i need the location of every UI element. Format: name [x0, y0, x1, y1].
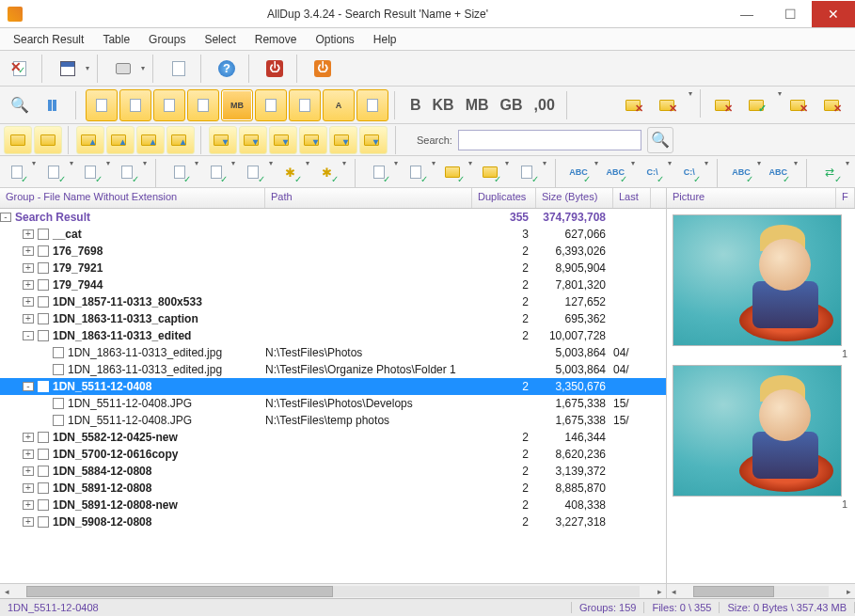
folder-down-6[interactable]: ▾ [359, 126, 388, 154]
view-folder-button[interactable] [153, 89, 185, 121]
row-checkbox[interactable] [38, 313, 49, 324]
row-checkbox[interactable] [53, 364, 64, 375]
shutdown-button[interactable]: ⏻ [307, 53, 339, 85]
check-abc-left-dropdown[interactable]: ▾ [593, 159, 600, 184]
check-tree-2-dropdown[interactable]: ▾ [430, 159, 437, 184]
row-checkbox[interactable] [38, 432, 49, 443]
remove-selected-button[interactable]: ✕✓ [4, 53, 36, 85]
expand-toggle[interactable]: + [23, 229, 34, 239]
col-header-path[interactable]: Path [265, 188, 472, 208]
check-pair-2-dropdown[interactable]: ▾ [230, 159, 237, 184]
scroll-right-button[interactable]: ▸ [653, 587, 666, 596]
folder-down-3[interactable]: ▾ [269, 126, 297, 154]
check-swap-dropdown[interactable]: ▾ [844, 159, 851, 184]
check-loop-dropdown[interactable]: ▾ [541, 159, 548, 184]
help-button[interactable]: ? [211, 53, 243, 85]
row-checkbox[interactable] [53, 347, 64, 358]
folder-up-4[interactable]: ▴ [166, 126, 195, 154]
table-row[interactable]: +1DN_5582-12-0425-new2146,344 [0, 429, 666, 446]
row-checkbox[interactable] [38, 245, 49, 257]
check-pair-2[interactable]: ✓ [203, 159, 229, 185]
menu-remove[interactable]: Remove [245, 31, 307, 48]
row-checkbox[interactable] [38, 296, 49, 308]
table-row[interactable]: +1DN_1863-11-0313_caption2695,362 [0, 310, 666, 327]
check-pair-3[interactable]: ✓ [240, 159, 265, 185]
table-row[interactable]: +179_794427,801,320 [0, 276, 666, 293]
menu-groups[interactable]: Groups [139, 31, 195, 48]
check-abc-box-1-dropdown[interactable]: ▾ [755, 159, 763, 184]
check-c-left[interactable]: C:\✓ [640, 159, 665, 185]
view-columns-button[interactable] [38, 89, 70, 121]
check-tree-2[interactable]: ✓ [403, 159, 428, 185]
size-unit-MB[interactable]: MB [460, 97, 495, 114]
col-header-name[interactable]: Group - File Name Without Extension [0, 188, 265, 208]
table-row[interactable]: 1DN_5511-12-0408.JPGN:\TestFiles\Photos\… [0, 395, 666, 412]
preview-horizontal-scrollbar[interactable]: ◂ ▸ [667, 583, 855, 598]
expand-toggle[interactable]: - [23, 382, 34, 391]
check-folder-2[interactable]: ✓ [477, 159, 502, 185]
check-folder-1[interactable]: ✓ [440, 159, 466, 185]
preview-image-2[interactable] [673, 365, 842, 497]
check-pair-1-dropdown[interactable]: ▾ [193, 159, 200, 184]
row-checkbox[interactable] [38, 516, 49, 528]
row-checkbox[interactable] [38, 466, 49, 477]
check-folder-2-dropdown[interactable]: ▾ [503, 159, 511, 184]
maximize-button[interactable]: ☐ [768, 1, 812, 27]
expand-toggle[interactable]: + [23, 246, 34, 256]
save-dropdown[interactable]: ▾ [84, 64, 91, 72]
table-row[interactable]: +179_792128,905,904 [0, 260, 666, 276]
check-star-2[interactable]: ✱✓ [314, 159, 340, 185]
table-row[interactable]: 1DN_1863-11-0313_edited.jpgN:\TestFiles\… [0, 361, 666, 378]
row-checkbox[interactable] [38, 449, 49, 460]
row-checkbox[interactable] [53, 398, 64, 409]
horizontal-scrollbar[interactable]: ◂ ▸ [0, 583, 666, 598]
folder-up-3[interactable]: ▴ [136, 126, 165, 154]
row-checkbox[interactable] [38, 229, 49, 240]
table-row[interactable]: +1DN_5891-12-0808-new2408,338 [0, 497, 666, 513]
menu-options[interactable]: Options [306, 31, 363, 48]
menu-help[interactable]: Help [364, 31, 406, 48]
folder-up-1[interactable]: ▴ [76, 126, 104, 154]
folder-check-4[interactable]: ✓ [744, 89, 776, 121]
minimize-button[interactable]: — [725, 1, 768, 27]
row-checkbox[interactable] [38, 330, 49, 341]
check-c-right[interactable]: C:\✓ [676, 159, 702, 185]
check-star-1[interactable]: ✱✓ [277, 159, 303, 185]
folder-down-4[interactable]: ▾ [299, 126, 327, 154]
check-c-right-dropdown[interactable]: ▾ [703, 159, 710, 184]
expand-toggle[interactable]: + [23, 517, 34, 527]
expand-toggle[interactable]: + [23, 263, 34, 273]
col-header-duplicates[interactable]: Duplicates [472, 188, 536, 208]
folder-up-2[interactable]: ▴ [106, 126, 135, 154]
check-doc-1[interactable]: ✓ [4, 159, 29, 185]
check-tree-1-dropdown[interactable]: ▾ [392, 159, 400, 184]
expand-toggle[interactable]: + [23, 314, 34, 324]
table-row[interactable]: 1DN_1863-11-0313_edited.jpgN:\TestFiles\… [0, 344, 666, 361]
folder-delete-6[interactable]: ✕ [819, 89, 851, 121]
expand-toggle[interactable]: + [23, 483, 34, 493]
table-row[interactable]: +1DN_5700-12-0616copy28,620,236 [0, 446, 666, 463]
size-unit-B[interactable]: B [404, 97, 427, 114]
row-checkbox[interactable] [38, 279, 49, 291]
search-input[interactable] [458, 130, 641, 150]
preview-header-f[interactable]: F [836, 188, 855, 208]
check-abc-right-dropdown[interactable]: ▾ [629, 159, 637, 184]
table-row[interactable]: +__cat3627,066 [0, 226, 666, 243]
check-star-1-dropdown[interactable]: ▾ [304, 159, 311, 184]
col-header-last[interactable]: Last [613, 188, 651, 208]
view-a-button[interactable]: A [323, 89, 355, 121]
expand-toggle[interactable]: + [23, 297, 34, 307]
print-dropdown[interactable]: ▾ [139, 64, 147, 72]
size-unit-comma00[interactable]: ,00 [529, 97, 561, 114]
check-doc-4[interactable]: ✓ [115, 159, 140, 185]
folder-delete-2[interactable]: ✕ [655, 89, 687, 121]
view-user-button[interactable] [356, 89, 388, 121]
check-c-left-dropdown[interactable]: ▾ [666, 159, 673, 184]
row-checkbox[interactable] [38, 482, 49, 494]
check-doc-2-dropdown[interactable]: ▾ [68, 159, 75, 184]
check-star-2-dropdown[interactable]: ▾ [340, 159, 348, 184]
folder-delete-5[interactable]: ✕ [785, 89, 817, 121]
col-header-size[interactable]: Size (Bytes) [536, 188, 613, 208]
folder-plain[interactable] [4, 126, 32, 154]
expand-toggle[interactable]: + [23, 500, 34, 510]
